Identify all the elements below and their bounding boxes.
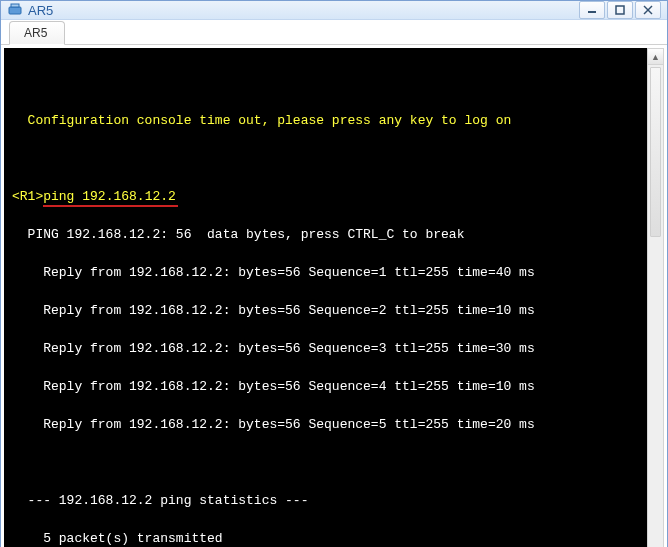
close-button[interactable] [635,1,661,19]
scroll-up-button[interactable]: ▲ [648,49,663,65]
terminal[interactable]: Configuration console time out, please p… [4,48,664,547]
ping1-reply: Reply from 192.168.12.2: bytes=56 Sequen… [12,377,664,396]
minimize-button[interactable] [579,1,605,19]
window-title: AR5 [28,3,577,18]
ping1-reply: Reply from 192.168.12.2: bytes=56 Sequen… [12,339,664,358]
vertical-scrollbar[interactable]: ▲ ▼ [647,48,664,547]
maximize-button[interactable] [607,1,633,19]
svg-rect-0 [9,7,21,14]
svg-rect-1 [11,4,19,7]
ping1-reply: Reply from 192.168.12.2: bytes=56 Sequen… [12,415,664,434]
terminal-wrap: Configuration console time out, please p… [1,45,667,547]
title-bar[interactable]: AR5 [1,1,667,20]
ping1-header: PING 192.168.12.2: 56 data bytes, press … [12,225,664,244]
console-message: Configuration console time out, please p… [12,111,664,130]
window-controls [577,1,661,19]
svg-rect-3 [616,6,624,14]
ping1-stat: 5 packet(s) transmitted [12,529,664,547]
tab-label: AR5 [24,26,47,40]
ping1-stat: --- 192.168.12.2 ping statistics --- [12,491,664,510]
app-icon [7,2,23,18]
app-window: AR5 AR5 Configuration console time out, … [0,0,668,547]
ping1-reply: Reply from 192.168.12.2: bytes=56 Sequen… [12,301,664,320]
scroll-thumb[interactable] [650,67,661,237]
prompt: <R1> [12,189,43,204]
ping1-reply: Reply from 192.168.12.2: bytes=56 Sequen… [12,263,664,282]
tab-bar: AR5 [1,20,667,45]
cmd-ping-1: ping 192.168.12.2 [43,187,176,206]
tab-ar5[interactable]: AR5 [9,21,65,45]
